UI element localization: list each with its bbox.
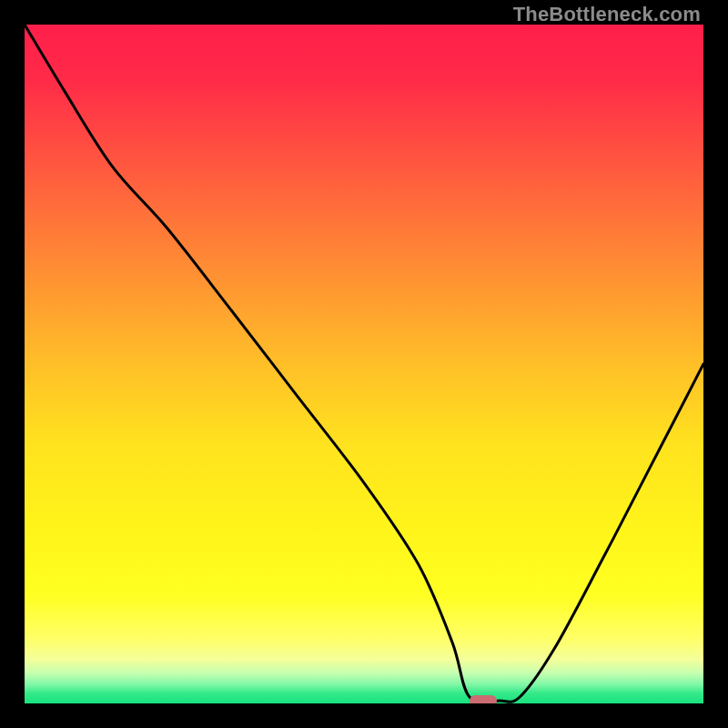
plot-area <box>25 25 703 703</box>
optimal-marker <box>470 695 497 703</box>
chart-frame: TheBottleneck.com <box>0 0 728 728</box>
watermark-text: TheBottleneck.com <box>513 3 701 26</box>
bottleneck-curve <box>25 25 703 703</box>
